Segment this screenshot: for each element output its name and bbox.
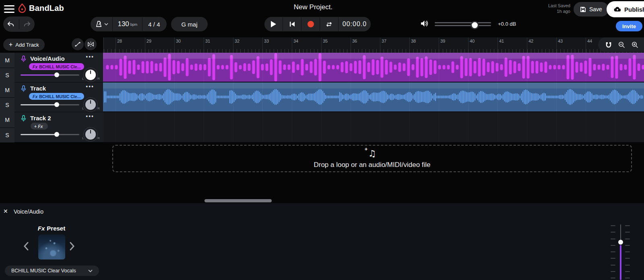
more-icon[interactable]: ••• (86, 83, 94, 90)
solo-button[interactable]: S (0, 98, 14, 113)
solo-button[interactable]: S (0, 128, 14, 143)
chevron-right-icon (69, 242, 75, 251)
fx-preset-heading: FxPreset (12, 225, 91, 232)
mute-master-button[interactable] (420, 20, 429, 27)
channel-fader[interactable] (618, 223, 623, 280)
ruler-bar: 37 (382, 39, 386, 43)
track-name: Track (30, 85, 46, 92)
ruler-bar: 33 (264, 39, 269, 43)
zoom-in-button[interactable] (630, 40, 640, 50)
ruler-bar: 31 (205, 39, 210, 43)
track-volume-slider[interactable] (21, 72, 79, 77)
ruler-bar: 34 (293, 39, 298, 43)
menu-icon[interactable] (4, 3, 14, 15)
fx-badge[interactable]: FxBCHILL MUSIC Cle... (29, 93, 84, 100)
track-name: Voice/Audio (30, 55, 65, 62)
automation-button[interactable] (72, 38, 84, 50)
prev-preset-button[interactable] (23, 242, 29, 251)
fader-handle (618, 240, 623, 245)
mute-button[interactable]: M (0, 82, 14, 98)
ruler-bar: 30 (176, 39, 181, 43)
fx-badge[interactable]: FxBCHILL MUSIC Cle... (29, 63, 84, 70)
project-title[interactable]: New Project. (253, 3, 374, 11)
chevron-down-icon (88, 270, 93, 272)
add-track-button[interactable]: + Add Track (3, 39, 45, 51)
ruler-bar: 41 (499, 39, 504, 43)
bandlab-logo[interactable]: BandLab (18, 3, 64, 13)
publish-button[interactable]: Publish (607, 1, 644, 17)
ruler-bar: 39 (440, 39, 445, 43)
redo-button[interactable] (19, 21, 35, 27)
pan-knob[interactable] (85, 70, 96, 80)
zoom-out-button[interactable] (617, 40, 627, 50)
add-music-file-icon: + ♫ (368, 148, 376, 159)
more-icon[interactable]: ••• (86, 113, 94, 119)
bandlab-studio: BandLab New Project. Last Saved1h ago Sa… (0, 0, 644, 280)
ruler-bar: 42 (528, 39, 533, 43)
transport-bar: 00:00.0 (264, 17, 371, 31)
track-1-header[interactable]: Voice/Audio ••• FxBCHILL MUSIC Cle... L … (14, 53, 103, 82)
ruler-bar: 40 (470, 39, 475, 43)
track-2-ms: M S (0, 82, 15, 112)
ruler-bar: 36 (352, 39, 357, 43)
preset-name: BCHILL MUSIC Clear Vocals (11, 268, 76, 274)
magnet-icon (605, 41, 612, 48)
bpm-button[interactable]: 130bpm (113, 20, 142, 28)
pan-right-label: R (97, 77, 100, 80)
empty-track-lane[interactable] (103, 112, 644, 142)
mic-icon (21, 115, 27, 123)
loop-button[interactable] (320, 21, 338, 27)
metronome-button[interactable] (91, 21, 112, 28)
add-fx-badge[interactable]: +Fx (31, 123, 48, 130)
preset-artwork[interactable] (38, 235, 65, 259)
track-volume-slider[interactable] (21, 132, 79, 137)
audio-clip-voice[interactable] (103, 53, 644, 82)
mute-button[interactable]: M (0, 53, 14, 68)
key-button[interactable]: G maj (171, 17, 208, 31)
mixer-button[interactable] (85, 38, 97, 50)
track-3-ms: M S (0, 112, 15, 142)
ruler-bar: 38 (411, 39, 416, 43)
ruler-bar: 43 (558, 39, 563, 43)
preset-dropdown[interactable]: BCHILL MUSIC Clear Vocals (5, 266, 99, 276)
close-icon[interactable]: ✕ (3, 208, 8, 214)
zoom-out-icon (618, 41, 625, 48)
master-db-value: +0.0 dB (498, 21, 516, 27)
solo-button[interactable]: S (0, 68, 14, 83)
invite-button[interactable]: Invite (616, 21, 642, 31)
record-button[interactable] (301, 21, 320, 27)
horizontal-scrollbar[interactable] (204, 199, 272, 202)
fx-panel: ✕ Voice/Audio FxPreset BCHILL MUSIC Clea… (0, 203, 644, 280)
mute-button[interactable]: M (0, 112, 14, 128)
undo-button[interactable] (3, 21, 19, 27)
play-button[interactable] (264, 21, 283, 27)
cloud-upload-icon (614, 6, 621, 12)
pan-left-label: L (82, 77, 84, 80)
snap-button[interactable] (604, 40, 613, 49)
save-icon (580, 6, 586, 12)
automation-icon (74, 41, 81, 47)
drop-zone[interactable]: + ♫ Drop a loop or an audio/MIDI/video f… (112, 145, 632, 172)
timeline-ruler[interactable]: 28 29 30 31 32 33 34 35 36 37 38 39 40 4… (103, 37, 644, 53)
time-signature-button[interactable]: 4 / 4 (142, 21, 165, 28)
pan-right-label: R (97, 136, 100, 140)
mixer-icon (87, 41, 94, 47)
fx-panel-track-name: Voice/Audio (14, 208, 43, 215)
pan-knob[interactable] (85, 129, 96, 140)
ruler-bar: 32 (235, 39, 239, 43)
pan-knob[interactable] (85, 99, 96, 110)
next-preset-button[interactable] (69, 242, 75, 251)
skip-to-start-button[interactable] (283, 21, 301, 27)
volume-handle (54, 102, 59, 107)
ruler-bar: 35 (323, 39, 328, 43)
more-icon[interactable]: ••• (86, 54, 94, 60)
master-volume-slider[interactable] (435, 21, 491, 27)
save-button[interactable]: Save (574, 2, 609, 16)
pan-left-label: L (82, 136, 84, 140)
track-3-header[interactable]: Track 2 ••• +Fx L R (14, 112, 103, 142)
audio-clip-track[interactable] (103, 82, 644, 112)
track-2-header[interactable]: Track ••• FxBCHILL MUSIC Cle... L R (14, 82, 103, 112)
redo-icon (23, 21, 31, 27)
track-volume-slider[interactable] (21, 102, 79, 107)
drop-zone-label: Drop a loop or an audio/MIDI/video file (314, 161, 430, 169)
